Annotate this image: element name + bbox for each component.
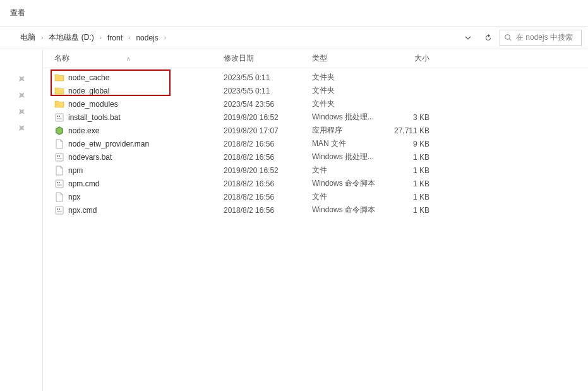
chevron-right-icon: › <box>126 34 132 41</box>
chevron-down-icon <box>465 36 471 40</box>
column-date[interactable]: 修改日期 <box>224 53 312 64</box>
file-name-label: node_modules <box>68 100 118 109</box>
file-icon <box>54 165 64 176</box>
file-size: 3 KB <box>385 113 436 122</box>
pin-icon[interactable] <box>15 122 28 135</box>
column-name-label: 名称 <box>54 53 69 64</box>
file-date: 2019/8/20 17:07 <box>224 126 312 135</box>
folder-icon <box>54 99 64 109</box>
file-date: 2023/5/4 23:56 <box>224 100 312 109</box>
column-type[interactable]: 类型 <box>312 53 385 64</box>
svg-point-3 <box>57 115 58 116</box>
tab-view[interactable]: 查看 <box>10 8 25 18</box>
file-size: 9 KB <box>385 140 436 148</box>
file-type: Windows 命令脚本 <box>312 205 385 215</box>
ribbon-tab-bar: 查看 <box>0 0 588 27</box>
breadcrumb-item[interactable]: 电脑 <box>16 31 39 44</box>
column-size[interactable]: 大小 <box>385 53 436 64</box>
file-name-label: node.exe <box>68 126 99 135</box>
file-name-label: node_global <box>68 87 109 95</box>
svg-line-1 <box>509 39 511 40</box>
content-area: 名称 ∧ 修改日期 类型 大小 node_cache2023/5/5 0:11文… <box>0 49 588 391</box>
folder-icon <box>54 73 64 83</box>
file-name-label: npx <box>68 193 80 202</box>
file-row[interactable]: node_modules2023/5/4 23:56文件夹 <box>43 97 588 111</box>
file-date: 2018/8/2 16:56 <box>224 153 312 162</box>
file-name-cell: npm.cmd <box>54 179 224 189</box>
breadcrumb-item[interactable]: front <box>104 32 126 44</box>
file-row[interactable]: nodevars.bat2018/8/2 16:56Windows 批处理...… <box>43 150 588 164</box>
svg-rect-19 <box>57 211 62 212</box>
svg-rect-2 <box>56 114 63 121</box>
file-type: 文件 <box>312 191 385 202</box>
svg-rect-8 <box>56 153 63 161</box>
file-name-cell: nodevars.bat <box>54 152 224 162</box>
file-date: 2023/5/5 0:11 <box>224 87 312 95</box>
svg-point-0 <box>505 35 510 39</box>
column-name[interactable]: 名称 ∧ <box>54 53 224 64</box>
file-name-cell: node.exe <box>54 126 224 136</box>
file-row[interactable]: install_tools.bat2019/8/20 16:52Windows … <box>43 111 588 124</box>
file-name-label: npx.cmd <box>68 206 97 215</box>
file-list: 名称 ∧ 修改日期 类型 大小 node_cache2023/5/5 0:11文… <box>43 49 588 391</box>
file-type: 文件夹 <box>312 85 385 96</box>
svg-rect-11 <box>57 158 62 159</box>
svg-point-14 <box>59 181 60 183</box>
file-name-cell: install_tools.bat <box>54 112 224 123</box>
cmd-icon <box>54 205 64 215</box>
file-row[interactable]: node_etw_provider.man2018/8/2 16:56MAN 文… <box>43 137 588 150</box>
cmd-icon <box>54 179 64 189</box>
file-type: MAN 文件 <box>312 138 385 149</box>
svg-rect-12 <box>56 180 63 188</box>
svg-point-13 <box>57 181 58 183</box>
file-date: 2018/8/2 16:56 <box>224 206 312 215</box>
svg-point-9 <box>57 155 58 156</box>
column-size-label: 大小 <box>414 54 429 63</box>
breadcrumb: 电脑›本地磁盘 (D:)›front›nodejs› <box>16 31 459 44</box>
file-row[interactable]: npx2018/8/2 16:56文件1 KB <box>43 190 588 203</box>
search-input[interactable]: 在 nodejs 中搜索 <box>500 30 582 46</box>
file-name-label: install_tools.bat <box>68 113 121 122</box>
chevron-right-icon: › <box>162 34 168 41</box>
bat-icon <box>54 112 64 123</box>
file-row[interactable]: npx.cmd2018/8/2 16:56Windows 命令脚本1 KB <box>43 203 588 217</box>
file-row[interactable]: npm2019/8/20 16:52文件1 KB <box>43 164 588 177</box>
dropdown-button[interactable] <box>459 30 477 46</box>
breadcrumb-item[interactable]: nodejs <box>132 32 162 44</box>
file-date: 2019/8/20 16:52 <box>224 166 312 175</box>
column-type-label: 类型 <box>312 54 327 63</box>
file-row[interactable]: npm.cmd2018/8/2 16:56Windows 命令脚本1 KB <box>43 177 588 190</box>
file-row[interactable]: node_cache2023/5/5 0:11文件夹 <box>43 71 588 84</box>
file-name-cell: node_global <box>54 86 224 96</box>
file-size: 1 KB <box>385 166 436 175</box>
pin-icon[interactable] <box>15 89 28 102</box>
file-name-label: npm <box>68 166 83 175</box>
svg-point-4 <box>59 115 60 116</box>
file-size: 1 KB <box>385 153 436 162</box>
file-name-cell: npx.cmd <box>54 205 224 215</box>
file-date: 2019/8/20 16:52 <box>224 113 312 122</box>
refresh-button[interactable] <box>479 30 497 46</box>
svg-point-17 <box>57 208 58 209</box>
file-size: 1 KB <box>385 179 436 188</box>
folder-icon <box>54 86 64 96</box>
file-row[interactable]: node.exe2019/8/20 17:07应用程序27,711 KB <box>43 124 588 137</box>
toolbar: 电脑›本地磁盘 (D:)›front›nodejs› 在 nodejs 中搜索 <box>0 27 588 49</box>
svg-rect-16 <box>56 207 63 214</box>
pin-icon[interactable] <box>15 105 28 118</box>
file-icon <box>54 139 64 149</box>
refresh-icon <box>484 33 493 42</box>
file-name-cell: node_cache <box>54 73 224 83</box>
quick-access-sidebar <box>0 49 43 391</box>
breadcrumb-item[interactable]: 本地磁盘 (D:) <box>45 31 97 44</box>
node-icon <box>54 126 64 136</box>
file-size: 1 KB <box>385 206 436 215</box>
file-date: 2018/8/2 16:56 <box>224 140 312 148</box>
svg-point-18 <box>59 208 60 209</box>
file-row[interactable]: node_global2023/5/5 0:11文件夹 <box>43 84 588 97</box>
pin-icon[interactable] <box>15 73 28 85</box>
svg-rect-15 <box>57 184 62 186</box>
search-placeholder: 在 nodejs 中搜索 <box>516 32 573 43</box>
file-type: Windows 命令脚本 <box>312 178 385 189</box>
file-name-label: node_etw_provider.man <box>68 140 149 148</box>
